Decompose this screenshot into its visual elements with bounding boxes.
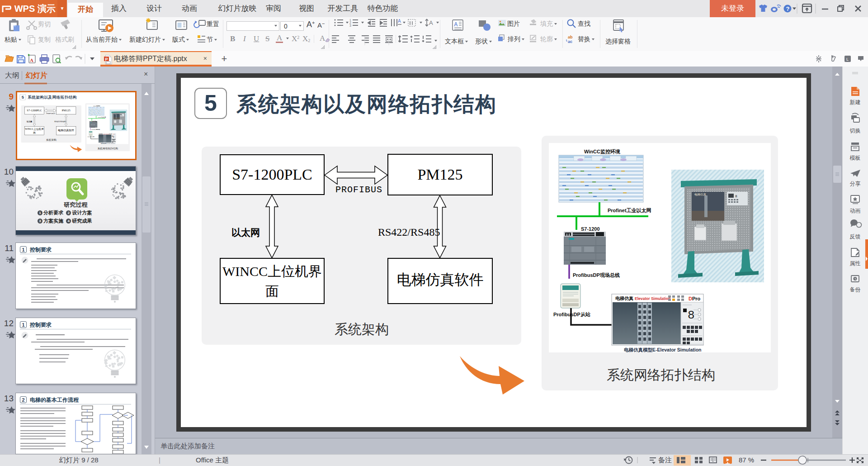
svg-text:Elevator Simulation: Elevator Simulation <box>635 296 670 301</box>
svg-text:ProfibusDP从站: ProfibusDP从站 <box>553 312 590 317</box>
svg-text:ac: ac <box>568 39 572 44</box>
svg-text:电梯仿真: 电梯仿真 <box>615 296 633 301</box>
svg-text:电梯仿真: 电梯仿真 <box>694 193 707 196</box>
svg-text:A: A <box>398 19 401 24</box>
svg-text:ProfibusDP现场总线: ProfibusDP现场总线 <box>573 272 620 278</box>
svg-text:ProfibusDP从站: ProfibusDP从站 <box>87 136 94 138</box>
svg-text:ProfibusDP现场总线: ProfibusDP现场总线 <box>91 128 100 130</box>
svg-text:A: A <box>30 57 33 63</box>
svg-text:8: 8 <box>688 309 695 322</box>
svg-text:电梯仿真模型E-Elevator Simulation: 电梯仿真模型E-Elevator Simulation <box>101 143 116 144</box>
svg-text:8: 8 <box>735 194 737 198</box>
svg-text:?: ? <box>786 5 790 12</box>
svg-text:A: A <box>454 21 458 28</box>
svg-text:S7-1200: S7-1200 <box>581 226 600 232</box>
svg-text:P: P <box>105 57 108 62</box>
svg-text:WinCC监控环境: WinCC监控环境 <box>93 105 100 107</box>
svg-text:L: L <box>846 57 849 62</box>
svg-text:Elevator Simulation: Elevator Simulation <box>103 133 109 134</box>
svg-text:A: A <box>429 19 433 26</box>
svg-text:DPro: DPro <box>689 296 701 301</box>
svg-text:Profinet工业以太网: Profinet工业以太网 <box>98 116 106 118</box>
svg-text:3: 3 <box>349 24 351 27</box>
svg-text:8: 8 <box>122 114 122 115</box>
svg-text:电梯仿真模型E-Elevator Simulation: 电梯仿真模型E-Elevator Simulation <box>624 347 702 352</box>
svg-text:DPro: DPro <box>113 133 116 134</box>
svg-text:Profinet工业以太网: Profinet工业以太网 <box>608 208 651 213</box>
svg-text:S7-1200: S7-1200 <box>93 120 97 121</box>
svg-text:WinCC监控环境: WinCC监控环境 <box>584 149 620 154</box>
svg-text:ab: ab <box>568 35 573 39</box>
